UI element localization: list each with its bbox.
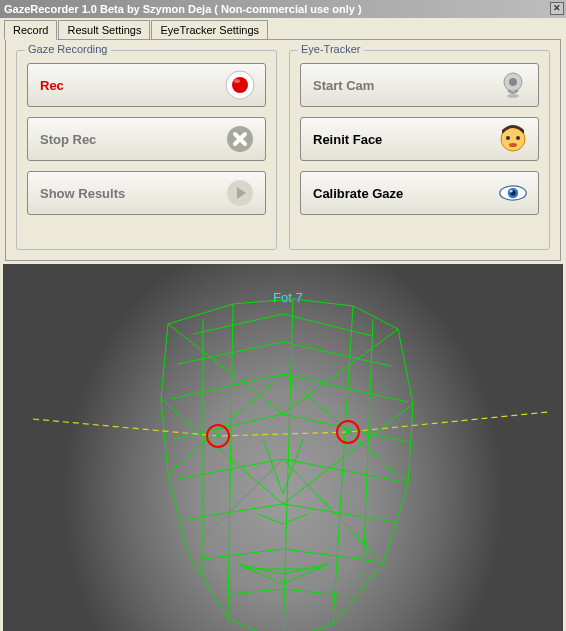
start-cam-label: Start Cam — [313, 78, 374, 93]
face-icon — [498, 124, 528, 154]
group-eye-tracker: Eye-Tracker Start Cam Reinit Face — [289, 50, 550, 250]
group-gaze-recording: Gaze Recording Rec Stop Rec — [16, 50, 277, 250]
stop-icon — [225, 124, 255, 154]
stop-rec-label: Stop Rec — [40, 132, 96, 147]
camera-preview: Fot 7 — [3, 264, 563, 631]
svg-point-9 — [506, 136, 510, 140]
record-panel: Gaze Recording Rec Stop Rec — [5, 39, 561, 261]
calibrate-gaze-button[interactable]: Calibrate Gaze — [300, 171, 539, 215]
svg-point-19 — [346, 430, 350, 434]
svg-point-7 — [507, 94, 519, 98]
face-mesh-overlay — [3, 264, 563, 631]
webcam-icon — [498, 70, 528, 100]
svg-point-1 — [232, 77, 248, 93]
tab-eyetracker-settings[interactable]: EyeTracker Settings — [151, 20, 268, 39]
rec-button[interactable]: Rec — [27, 63, 266, 107]
play-icon — [225, 178, 255, 208]
tab-container: Record Result Settings EyeTracker Settin… — [0, 18, 566, 261]
reinit-face-button[interactable]: Reinit Face — [300, 117, 539, 161]
eye-icon — [498, 178, 528, 208]
tab-record[interactable]: Record — [4, 20, 57, 40]
show-results-button[interactable]: Show Results — [27, 171, 266, 215]
show-results-label: Show Results — [40, 186, 125, 201]
stop-rec-button[interactable]: Stop Rec — [27, 117, 266, 161]
rec-label: Rec — [40, 78, 64, 93]
reinit-face-label: Reinit Face — [313, 132, 382, 147]
start-cam-button[interactable]: Start Cam — [300, 63, 539, 107]
calibrate-gaze-label: Calibrate Gaze — [313, 186, 403, 201]
record-icon — [225, 70, 255, 100]
svg-point-18 — [216, 434, 220, 438]
svg-point-15 — [510, 190, 513, 193]
svg-point-11 — [509, 143, 517, 147]
group-eye-title: Eye-Tracker — [298, 43, 364, 55]
window-titlebar: GazeRecorder 1.0 Beta by Szymon Deja ( N… — [0, 0, 566, 18]
svg-point-2 — [234, 79, 240, 83]
window-title: GazeRecorder 1.0 Beta by Szymon Deja ( N… — [4, 3, 362, 15]
tab-result-settings[interactable]: Result Settings — [58, 20, 150, 39]
svg-point-6 — [509, 78, 517, 86]
close-icon[interactable]: ✕ — [550, 2, 564, 15]
group-gaze-title: Gaze Recording — [25, 43, 111, 55]
svg-point-10 — [516, 136, 520, 140]
